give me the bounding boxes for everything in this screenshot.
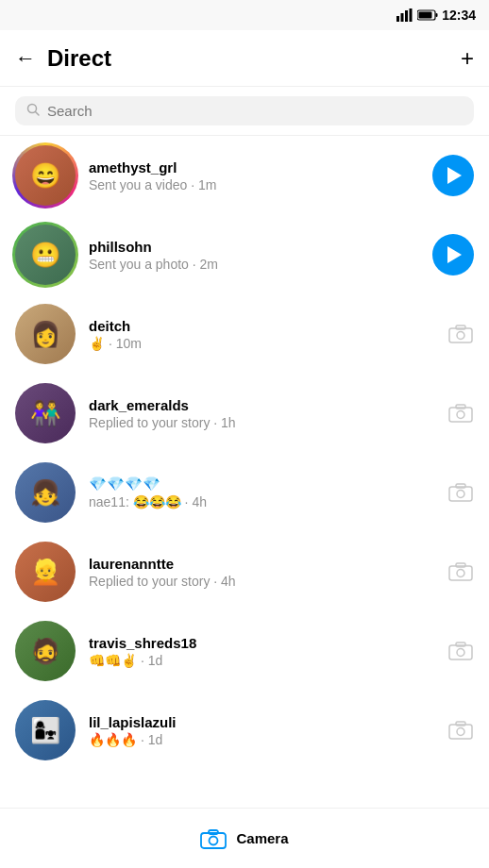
camera-label: Camera <box>236 830 288 846</box>
username: amethyst_grl <box>89 159 421 175</box>
camera-button[interactable] <box>447 559 474 585</box>
svg-rect-21 <box>449 645 472 659</box>
message-content: deitch ✌️ · 10m <box>89 318 436 351</box>
avatar: 👩 <box>15 304 76 364</box>
avatar-wrap: 🧔 <box>15 621 76 681</box>
svg-rect-14 <box>456 405 465 409</box>
svg-rect-9 <box>449 328 472 342</box>
play-icon <box>447 246 462 263</box>
battery-icon <box>417 9 438 21</box>
avatar: 😬 <box>15 225 76 285</box>
username: deitch <box>89 318 436 334</box>
username: travis_shreds18 <box>89 635 436 651</box>
message-content: lil_lapislazuli 🔥🔥🔥 · 1d <box>89 714 436 747</box>
message-content: travis_shreds18 👊👊✌️ · 1d <box>89 635 436 668</box>
avatar: 👩‍👧 <box>15 700 76 760</box>
svg-point-28 <box>210 836 218 844</box>
svg-line-8 <box>36 112 40 116</box>
svg-rect-12 <box>449 408 472 422</box>
username: laurenanntte <box>89 556 436 572</box>
list-item[interactable]: 👱 laurenanntte Replied to your story · 4… <box>0 532 489 611</box>
play-button[interactable] <box>432 155 474 196</box>
svg-point-22 <box>457 649 464 657</box>
avatar-wrap: 😬 <box>15 225 76 285</box>
list-item[interactable]: 👩‍👧 lil_lapislazuli 🔥🔥🔥 · 1d <box>0 691 489 770</box>
camera-button[interactable] <box>447 400 474 426</box>
svg-rect-20 <box>456 563 465 567</box>
message-action[interactable] <box>447 321 474 347</box>
svg-rect-2 <box>405 10 408 22</box>
svg-rect-17 <box>456 484 465 488</box>
bottom-bar[interactable]: Camera <box>0 808 489 868</box>
message-content: 💎💎💎💎 nae11: 😂😂😂 · 4h <box>89 476 436 509</box>
add-button[interactable]: + <box>461 45 474 72</box>
message-action[interactable] <box>447 717 474 743</box>
svg-rect-29 <box>209 830 218 834</box>
camera-button[interactable] <box>447 321 474 347</box>
svg-point-25 <box>457 728 464 736</box>
messages-list: 😄 amethyst_grl Sent you a video · 1m 😬 <box>0 136 489 770</box>
header-left: ← Direct <box>15 45 111 72</box>
page-title: Direct <box>47 45 111 72</box>
svg-rect-23 <box>456 643 465 646</box>
message-action[interactable] <box>432 234 474 275</box>
bottom-camera-icon <box>200 826 227 852</box>
message-action[interactable] <box>447 559 474 585</box>
camera-button[interactable] <box>447 479 474 506</box>
svg-rect-6 <box>436 13 438 17</box>
search-box <box>15 96 474 125</box>
message-action[interactable] <box>447 638 474 664</box>
list-item[interactable]: 😬 phillsohn Sent you a photo · 2m <box>0 215 489 294</box>
message-action[interactable] <box>447 479 474 506</box>
svg-point-10 <box>457 332 464 340</box>
search-container <box>0 87 489 136</box>
avatar-wrap: 👩 <box>15 304 76 364</box>
avatar-wrap: 👧 <box>15 462 76 523</box>
message-preview: ✌️ · 10m <box>89 336 436 351</box>
svg-rect-15 <box>449 487 472 501</box>
back-button[interactable]: ← <box>15 46 36 71</box>
message-content: amethyst_grl Sent you a video · 1m <box>89 159 421 192</box>
message-preview: 👊👊✌️ · 1d <box>89 653 436 668</box>
list-item[interactable]: 👧 💎💎💎💎 nae11: 😂😂😂 · 4h <box>0 453 489 532</box>
play-icon <box>447 167 462 184</box>
username: lil_lapislazuli <box>89 714 436 730</box>
svg-rect-27 <box>201 833 226 848</box>
username: 💎💎💎💎 <box>89 476 436 492</box>
message-preview: Sent you a video · 1m <box>89 177 421 192</box>
camera-icon-svg <box>448 559 473 584</box>
svg-rect-3 <box>410 8 413 22</box>
message-action[interactable] <box>432 155 474 196</box>
list-item[interactable]: 😄 amethyst_grl Sent you a video · 1m <box>0 136 489 215</box>
search-input[interactable] <box>47 103 463 119</box>
username: phillsohn <box>89 239 421 255</box>
camera-button[interactable] <box>447 717 474 743</box>
avatar-wrap: 👱 <box>15 542 76 602</box>
svg-rect-1 <box>401 13 404 22</box>
list-item[interactable]: 🧔 travis_shreds18 👊👊✌️ · 1d <box>0 611 489 691</box>
status-icons: 12:34 <box>396 8 476 23</box>
camera-button[interactable] <box>447 638 474 664</box>
header: ← Direct + <box>0 30 489 87</box>
message-content: dark_emeralds Replied to your story · 1h <box>89 397 436 430</box>
svg-rect-11 <box>456 326 465 329</box>
message-preview: Replied to your story · 4h <box>89 574 436 589</box>
camera-icon-svg <box>448 639 473 663</box>
message-preview: Replied to your story · 1h <box>89 415 436 430</box>
list-item[interactable]: 👫 dark_emeralds Replied to your story · … <box>0 374 489 453</box>
list-item[interactable]: 👩 deitch ✌️ · 10m <box>0 294 489 374</box>
camera-icon-svg <box>448 401 473 426</box>
message-preview: Sent you a photo · 2m <box>89 257 421 272</box>
signal-icon <box>396 8 413 22</box>
status-time: 12:34 <box>442 8 476 23</box>
avatar: 👧 <box>15 462 76 523</box>
avatar-wrap: 👩‍👧 <box>15 700 76 760</box>
camera-icon-svg <box>448 480 473 505</box>
camera-icon-svg <box>448 322 473 346</box>
avatar-wrap: 😄 <box>15 145 76 206</box>
message-action[interactable] <box>447 400 474 426</box>
play-button[interactable] <box>432 234 474 275</box>
avatar: 😄 <box>15 145 76 206</box>
status-bar: 12:34 <box>0 0 489 30</box>
svg-rect-18 <box>449 566 472 580</box>
